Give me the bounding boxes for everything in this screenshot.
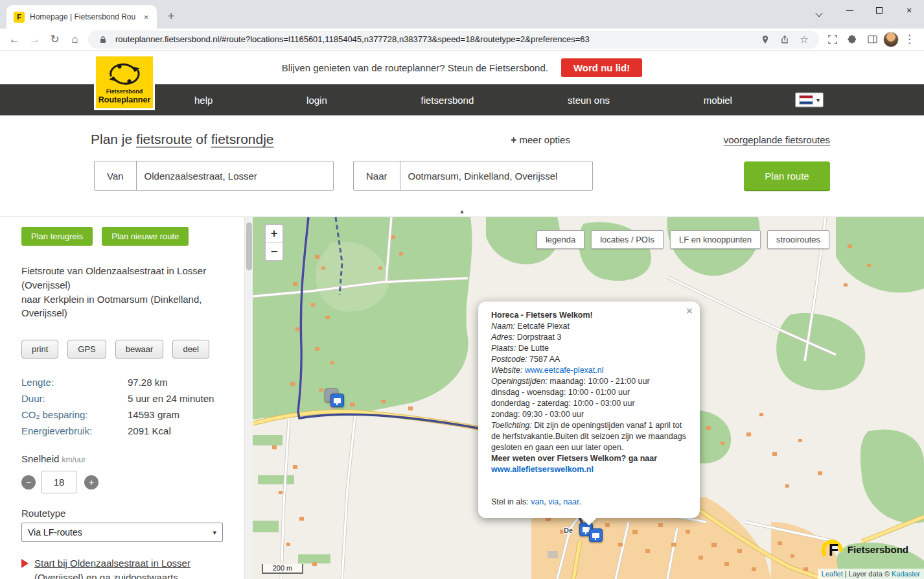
field-value: maandag: 10:00 - 21:00 uur: [549, 377, 649, 386]
kadaster-link[interactable]: Kadaster: [892, 570, 920, 578]
planner-heading: Plan je fietsroute of fietsrondje: [91, 132, 274, 147]
nav-item-fietsersbond[interactable]: fietsersbond: [421, 95, 474, 106]
speed-input[interactable]: [41, 471, 76, 493]
location-pin-icon[interactable]: [758, 32, 772, 47]
save-button[interactable]: bewaar: [115, 340, 164, 359]
fullscreen-capture-icon[interactable]: [823, 30, 842, 49]
become-member-button[interactable]: Word nu lid!: [561, 58, 642, 77]
popup-hours-row-3: donderdag - zaterdag: 10:00 - 03:00 uur: [491, 398, 687, 409]
plan-return-button[interactable]: Plan terugreis: [21, 227, 93, 246]
browser-toolbar: ← → ↻ ⌂ routeplanner.fietsersbond.nl/#ro…: [0, 29, 924, 51]
tab-close-icon[interactable]: ×: [141, 12, 152, 23]
map[interactable]: + − legenda locaties / POIs LF en knoopp…: [253, 217, 924, 579]
browser-tab[interactable]: F Homepage | Fietsersbond Route ×: [6, 5, 157, 29]
first-instruction: Start bij Oldenzaalsestraat in Losser (O…: [21, 556, 220, 579]
set-as-prefix: Stel in als:: [491, 497, 531, 506]
field-label: Postcode:: [491, 355, 527, 364]
extensions-puzzle-icon[interactable]: [843, 30, 862, 49]
side-panel-icon[interactable]: [863, 30, 882, 49]
popup-close-button[interactable]: ×: [686, 305, 693, 316]
popup-address-row: Adres: Dorpstraat 3: [491, 332, 687, 343]
poi-marker-de-lutte-2[interactable]: [589, 528, 603, 542]
svg-text:F: F: [829, 541, 838, 559]
leaflet-link[interactable]: Leaflet: [822, 570, 843, 578]
speed-decrease-button[interactable]: −: [21, 475, 36, 490]
fietsrondje-link[interactable]: fietsrondje: [211, 132, 274, 147]
nav-item-mobiel[interactable]: mobiel: [704, 95, 732, 106]
minimize-icon: [846, 10, 853, 11]
destination-input[interactable]: [400, 161, 592, 190]
nav-item-help[interactable]: help: [194, 95, 213, 106]
forward-button[interactable]: →: [25, 30, 44, 49]
share-button[interactable]: deel: [172, 340, 209, 359]
more-options-toggle[interactable]: + meer opties: [511, 134, 570, 146]
collapse-panel-arrow[interactable]: ▲: [459, 208, 465, 215]
stat-duration: Duur: 5 uur en 24 minuten: [21, 393, 222, 404]
field-value: De Lutte: [518, 344, 549, 353]
zoom-control: + −: [264, 224, 284, 261]
popup-title: Horeca - Fietsers Welkom!: [491, 310, 687, 321]
share-icon[interactable]: [778, 32, 792, 47]
url-text: routeplanner.fietsersbond.nl/#route?loca…: [115, 34, 753, 44]
nav-item-steun-ons[interactable]: steun ons: [568, 95, 610, 106]
gritting-routes-button[interactable]: strooiroutes: [767, 230, 829, 249]
field-value: Eetcafé Plexat: [517, 322, 570, 331]
set-as-destination-link[interactable]: naar: [563, 497, 579, 506]
bookmark-star-icon[interactable]: ☆: [797, 32, 811, 47]
origin-input[interactable]: [136, 161, 333, 190]
main-content: Plan terugreis Plan nieuwe route Fietsro…: [0, 217, 924, 579]
cyclists-circle-icon: [105, 59, 144, 88]
new-tab-button[interactable]: +: [162, 7, 180, 25]
set-as-via-link[interactable]: via: [548, 497, 559, 506]
address-bar[interactable]: routeplanner.fietsersbond.nl/#route?loca…: [88, 30, 819, 49]
lf-nodes-button[interactable]: LF en knooppunten: [670, 230, 761, 249]
reload-button[interactable]: ↻: [45, 30, 64, 49]
more-options-label: meer opties: [520, 134, 570, 145]
routetype-select[interactable]: Via LF-routes ▾: [21, 523, 223, 542]
plan-new-route-button[interactable]: Plan nieuwe route: [102, 227, 189, 246]
fietsersbond-watermark: F Fietsersbond: [821, 538, 908, 561]
maximize-button[interactable]: [864, 0, 894, 21]
popup-name-row: Naam: Eetcafé Plexat: [491, 321, 687, 332]
gps-button[interactable]: GPS: [67, 340, 106, 359]
route-sidebar: Plan terugreis Plan nieuwe route Fietsro…: [0, 217, 253, 579]
nav-item-login[interactable]: login: [306, 95, 327, 106]
allefietserswelkom-link[interactable]: www.allefietserswelkom.nl: [491, 465, 594, 474]
plan-route-button[interactable]: Plan route: [744, 161, 830, 190]
sidebar-scrollbar[interactable]: [244, 217, 253, 579]
locations-pois-button[interactable]: locaties / POIs: [591, 230, 664, 249]
speed-increase-button[interactable]: +: [84, 475, 98, 490]
poi-marker[interactable]: [330, 394, 344, 407]
fietsersbond-routeplanner-logo[interactable]: Fietsersbond Routeplanner: [94, 54, 155, 110]
speed-unit: km/uur: [62, 455, 86, 464]
legend-button[interactable]: legenda: [537, 230, 584, 249]
back-button[interactable]: ←: [5, 30, 24, 49]
origin-label: Van: [95, 161, 136, 190]
destination-field-group: Naar: [353, 161, 593, 191]
close-window-button[interactable]: ×: [894, 0, 924, 21]
route-stats: Lengte: 97.28 km Duur: 5 uur en 24 minut…: [21, 377, 222, 436]
print-button[interactable]: print: [21, 340, 58, 359]
scrollbar-thumb[interactable]: [246, 222, 252, 270]
home-button[interactable]: ⌂: [65, 30, 84, 49]
instruction-link[interactable]: Start bij Oldenzaalsestraat in Losser (O…: [34, 556, 220, 579]
language-select[interactable]: ▾: [795, 93, 824, 108]
sign-icon: [334, 398, 341, 403]
browser-menu-icon[interactable]: ⋮: [900, 30, 919, 49]
zoom-in-button[interactable]: +: [266, 225, 283, 242]
browser-window: F Homepage | Fietsersbond Route × + × ← …: [0, 0, 924, 579]
preplanned-routes-link[interactable]: voorgeplande fietsroutes: [724, 134, 830, 145]
announcement-text: Blijven genieten van de routeplanner? St…: [282, 62, 548, 73]
tab-search-chevron-icon[interactable]: [813, 8, 826, 21]
destination-label: Naar: [354, 161, 400, 190]
fietsroute-link[interactable]: fietsroute: [136, 132, 192, 147]
profile-avatar[interactable]: [883, 32, 899, 47]
stat-value: 97.28 km: [128, 377, 168, 388]
zoom-out-button[interactable]: −: [266, 242, 283, 260]
minimize-button[interactable]: [835, 0, 864, 21]
website-link[interactable]: www.eetcafe-plexat.nl: [525, 366, 604, 375]
popup-hours-row-1: Openingstijden: maandag: 10:00 - 21:00 u…: [491, 376, 687, 387]
plus-icon: +: [511, 134, 516, 145]
routetype-label: Routetype: [21, 508, 222, 519]
set-as-origin-link[interactable]: van: [531, 497, 544, 506]
